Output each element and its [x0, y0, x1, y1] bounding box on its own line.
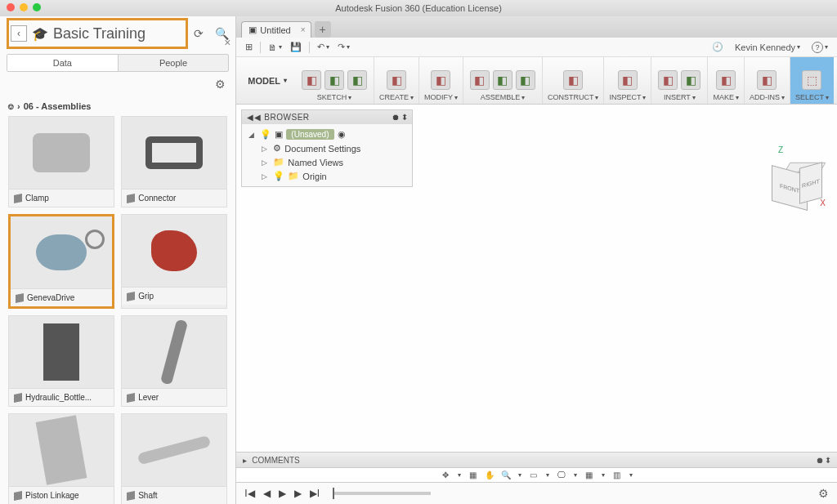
- ribbon-tool-button[interactable]: ◧: [716, 70, 736, 90]
- expand-icon[interactable]: ▷: [262, 172, 270, 181]
- chevron-down-icon: ▾: [825, 43, 828, 51]
- activate-icon[interactable]: ◉: [338, 129, 346, 140]
- ribbon-tool-button[interactable]: ◧: [681, 70, 700, 90]
- expand-icon[interactable]: ▸: [243, 456, 247, 465]
- ribbon-group-label[interactable]: MODIFY▾: [424, 93, 458, 101]
- grid-icon: ⊞: [245, 42, 253, 52]
- tab-people[interactable]: People: [119, 55, 229, 71]
- minimize-window[interactable]: [20, 3, 28, 11]
- panel-settings-button[interactable]: ⚙: [213, 77, 227, 91]
- timeline-marker[interactable]: [333, 488, 334, 499]
- tree-root[interactable]: ◢ 💡 ▣ (Unsaved) ◉: [245, 127, 409, 141]
- ribbon-group-sketch: ◧◧◧SKETCH▾: [295, 57, 374, 104]
- ribbon-group-label[interactable]: ASSEMBLE▾: [481, 93, 526, 101]
- ribbon-group-label[interactable]: CREATE▾: [379, 93, 414, 101]
- view-cube[interactable]: Z TOP FRONT RIGHT X: [772, 154, 822, 204]
- asset-card[interactable]: Lever: [121, 315, 227, 407]
- workspace: ▣ Untitled × + ⊞ 🗎▾ 💾 ↶▾ ↷▾ 🕘 Kevin Kenn…: [236, 16, 837, 504]
- ribbon-tool-button[interactable]: ◧: [658, 70, 678, 90]
- ribbon-group-label[interactable]: SELECT▾: [795, 93, 829, 101]
- ribbon-group-label[interactable]: INSERT▾: [664, 93, 696, 101]
- orbit-button[interactable]: ✥: [440, 470, 451, 481]
- close-panel-button[interactable]: ×: [224, 36, 231, 49]
- breadcrumb[interactable]: ⎊ › 06 - Assemblies: [0, 96, 235, 116]
- maximize-window[interactable]: [33, 3, 41, 11]
- ribbon-tool-button[interactable]: ◧: [618, 70, 638, 90]
- ribbon-group-label[interactable]: INSPECT▾: [609, 93, 646, 101]
- ribbon-group-label[interactable]: MAKE▾: [713, 93, 739, 101]
- ribbon-tool-button[interactable]: ◧: [516, 70, 535, 90]
- ribbon-tool-button[interactable]: ◧: [493, 70, 512, 90]
- fit-button[interactable]: ▭: [528, 470, 539, 481]
- job-status-button[interactable]: 🕘: [709, 40, 726, 54]
- redo-button[interactable]: ↷▾: [335, 40, 352, 54]
- history-icon: 🕘: [712, 42, 723, 52]
- viewcube-right[interactable]: RIGHT: [799, 162, 822, 204]
- chevron-down-icon: ▾: [348, 94, 351, 101]
- timeline-track[interactable]: [333, 492, 431, 495]
- ribbon-group-modify: ◧MODIFY▾: [419, 57, 463, 104]
- save-button[interactable]: 💾: [288, 40, 304, 54]
- user-menu[interactable]: Kevin Kennedy▾: [732, 41, 803, 54]
- expand-icon[interactable]: ▷: [262, 158, 270, 167]
- asset-card[interactable]: Hydraulic_Bottle...: [8, 315, 114, 407]
- back-button[interactable]: ‹: [11, 25, 27, 42]
- ribbon-group-label[interactable]: SKETCH▾: [317, 93, 352, 101]
- timeline-end-button[interactable]: ▶I: [310, 488, 320, 499]
- timeline-play-button[interactable]: ▶: [279, 488, 286, 499]
- display-settings-button[interactable]: 🖵: [556, 470, 567, 481]
- viewport[interactable]: ◀◀ BROWSER ⏺ ⬍ ◢ 💡 ▣ (Unsaved) ◉ ▷ ⚙: [236, 105, 837, 452]
- bulb-icon[interactable]: 💡: [273, 171, 284, 181]
- pin-icon[interactable]: ⏺ ⬍: [392, 113, 407, 122]
- timeline-step-back-button[interactable]: ◀: [263, 488, 271, 499]
- ribbon-tool-button[interactable]: ◧: [347, 70, 367, 90]
- pan-button[interactable]: ✋: [484, 470, 495, 481]
- asset-thumbnail: [122, 316, 226, 388]
- tree-item-named-views[interactable]: ▷ 📁 Named Views: [245, 155, 409, 169]
- look-button[interactable]: ▦: [468, 470, 479, 481]
- new-tab-button[interactable]: +: [315, 21, 331, 38]
- bulb-icon[interactable]: 💡: [260, 129, 271, 140]
- document-tab[interactable]: ▣ Untitled ×: [241, 21, 311, 38]
- asset-card[interactable]: Grip: [121, 214, 227, 309]
- ribbon-tool-button[interactable]: ◧: [563, 70, 583, 90]
- asset-card[interactable]: Clamp: [8, 116, 114, 207]
- close-tab-button[interactable]: ×: [301, 25, 306, 34]
- asset-card[interactable]: GenevaDrive: [8, 214, 114, 309]
- ribbon-group-label[interactable]: CONSTRUCT▾: [548, 93, 599, 101]
- ribbon-group-label[interactable]: ADD-INS▾: [750, 93, 785, 101]
- grid-settings-button[interactable]: ▦: [584, 470, 595, 481]
- ribbon-group-insert: ◧◧INSERT▾: [651, 57, 708, 104]
- refresh-button[interactable]: ⟳: [191, 26, 206, 41]
- undo-button[interactable]: ↶▾: [315, 40, 332, 54]
- ribbon-tool-button[interactable]: ◧: [431, 70, 450, 90]
- asset-card[interactable]: Piston Linkage: [8, 413, 114, 504]
- viewport-layout-button[interactable]: ▥: [611, 470, 623, 481]
- ribbon-tool-button[interactable]: ◧: [387, 70, 406, 90]
- zoom-button[interactable]: 🔍: [500, 470, 512, 481]
- ribbon-tool-button[interactable]: ⬚: [802, 70, 821, 90]
- browser-header[interactable]: ◀◀ BROWSER ⏺ ⬍: [242, 110, 412, 124]
- tab-data[interactable]: Data: [7, 55, 119, 71]
- tree-item-origin[interactable]: ▷ 💡 📁 Origin: [245, 169, 409, 183]
- timeline-settings-button[interactable]: ⚙: [818, 487, 829, 500]
- file-menu[interactable]: 🗎▾: [266, 41, 284, 54]
- comments-bar[interactable]: ▸ COMMENTS ⏺ ⬍: [236, 452, 837, 468]
- timeline-start-button[interactable]: I◀: [244, 488, 254, 499]
- tree-item-document-settings[interactable]: ▷ ⚙ Document Settings: [245, 141, 409, 155]
- workspace-switcher[interactable]: MODEL ▾: [239, 57, 295, 104]
- close-window[interactable]: [7, 3, 15, 11]
- help-menu[interactable]: ?▾: [809, 40, 830, 55]
- asset-card[interactable]: Shaft: [121, 413, 227, 504]
- navigation-bar: ✥▾ ▦ ✋ 🔍▾ ▭▾ 🖵▾ ▦▾ ▥▾: [236, 468, 837, 483]
- ribbon-tool-button[interactable]: ◧: [470, 70, 490, 90]
- timeline-step-fwd-button[interactable]: ▶: [294, 488, 302, 499]
- asset-card[interactable]: Connector: [121, 116, 227, 207]
- expand-icon[interactable]: ◢: [248, 131, 257, 139]
- ribbon-tool-button[interactable]: ◧: [757, 70, 777, 90]
- ribbon-tool-button[interactable]: ◧: [302, 70, 321, 90]
- data-panel-toggle[interactable]: ⊞: [243, 40, 255, 54]
- pin-icon[interactable]: ⏺ ⬍: [816, 456, 830, 465]
- ribbon-tool-button[interactable]: ◧: [325, 70, 344, 90]
- expand-icon[interactable]: ▷: [262, 145, 270, 153]
